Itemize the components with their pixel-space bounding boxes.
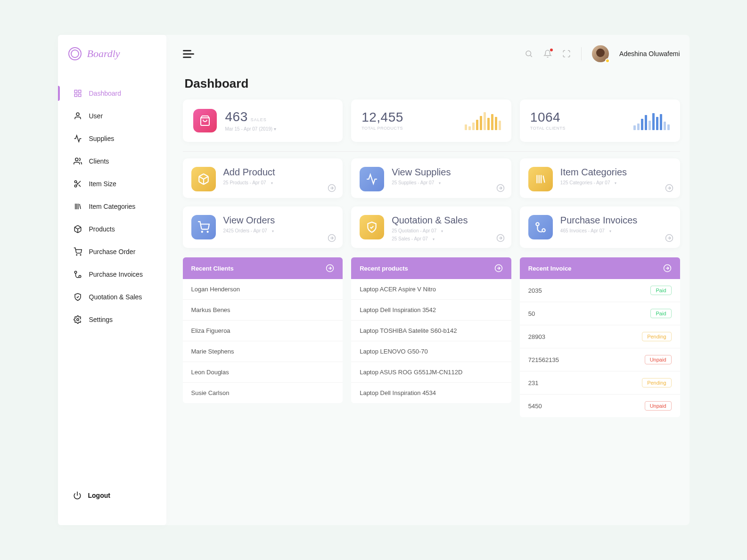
grid-icon: [73, 89, 82, 98]
arrow-right-icon[interactable]: [326, 264, 334, 272]
topbar-right: Adeshina Oluwafemi: [525, 45, 680, 62]
sidebar-item-item-size[interactable]: Item Size: [58, 173, 166, 195]
stat-sales[interactable]: 463SALES Mar 15 - Apr 07 (2019) ▾: [183, 99, 343, 142]
sales-range: Mar 15 - Apr 07 (2019): [225, 126, 273, 132]
status-badge: Paid: [650, 309, 671, 318]
clients-chart: [633, 111, 670, 130]
box-icon: [73, 224, 82, 234]
stat-products[interactable]: 12,455 TOTAL PRODUCTS: [351, 99, 511, 142]
activity-icon: [73, 134, 82, 143]
list-item[interactable]: Laptop Dell Inspiration 3542: [351, 300, 511, 321]
arrow-right-icon[interactable]: [494, 264, 503, 272]
list-item[interactable]: Susie Carlson: [183, 383, 343, 403]
user-name: Adeshina Oluwafemi: [619, 50, 680, 58]
sidebar-item-clients[interactable]: Clients: [58, 150, 166, 173]
scissors-icon: [73, 179, 82, 189]
list-item[interactable]: 28903Pending: [520, 325, 680, 348]
user-icon: [73, 111, 82, 121]
arrow-right-icon[interactable]: [496, 184, 505, 192]
logout-button[interactable]: Logout: [58, 485, 166, 506]
sidebar-item-purchase-order[interactable]: Purchase Order: [58, 240, 166, 263]
caret-icon[interactable]: ▾: [615, 181, 616, 185]
arrow-right-icon[interactable]: [663, 264, 672, 272]
gear-icon: [73, 315, 82, 324]
caret-icon[interactable]: ▾: [441, 229, 443, 233]
recent-invoices-header[interactable]: Recent Invoice: [520, 257, 680, 279]
quick-view-supplies[interactable]: View Supplies25 Supplies - Apr 07▾: [351, 158, 511, 198]
arrow-right-icon[interactable]: [665, 234, 673, 242]
list-item[interactable]: 50Paid: [520, 302, 680, 325]
quick-title: Purchase Invoices: [560, 215, 637, 225]
menu-toggle[interactable]: [183, 50, 194, 58]
avatar[interactable]: [592, 45, 609, 62]
sidebar-item-quotation-sales[interactable]: Quotation & Sales: [58, 286, 166, 308]
list-item[interactable]: Laptop ACER Aspire V Nitro: [351, 279, 511, 300]
branch-icon: [73, 270, 82, 279]
list-item[interactable]: Leon Douglas: [183, 362, 343, 383]
list-item[interactable]: Eliza Figueroa: [183, 321, 343, 341]
sidebar-item-label: Dashboard: [89, 90, 122, 97]
svg-rect-1: [78, 90, 81, 92]
list-item[interactable]: Marie Stephens: [183, 341, 343, 362]
list-item[interactable]: Laptop TOSHIBA Satelite S60-b142: [351, 321, 511, 341]
svg-line-23: [531, 55, 532, 57]
caret-icon[interactable]: ▾: [271, 181, 273, 185]
cart-icon: [191, 215, 216, 239]
svg-point-7: [74, 185, 77, 187]
app-window: Boardly DashboardUserSuppliesClientsItem…: [58, 35, 690, 525]
recent-invoices-title: Recent Invoice: [528, 265, 572, 272]
quick-purchase-invoices[interactable]: Purchase Invoices465 Invoices - Apr 07▾: [520, 206, 680, 248]
quick-item-categories[interactable]: Item Categories125 Categories - Apr 07▾: [520, 158, 680, 198]
bag-icon: [193, 109, 217, 132]
sidebar-item-settings[interactable]: Settings: [58, 308, 166, 331]
caret-icon[interactable]: ▾: [609, 229, 611, 233]
caret-icon[interactable]: ▾: [272, 229, 274, 233]
sales-value: 463: [225, 109, 248, 124]
fullscreen-icon[interactable]: [562, 49, 571, 58]
sidebar-item-supplies[interactable]: Supplies: [58, 127, 166, 150]
list-item[interactable]: 2035Paid: [520, 279, 680, 302]
list-item[interactable]: Markus Benes: [183, 300, 343, 321]
recents-row: Recent Clients Logan HendersonMarkus Ben…: [183, 257, 680, 417]
svg-point-37: [207, 231, 208, 232]
list-item[interactable]: 231Pending: [520, 371, 680, 395]
list-item[interactable]: Laptop Dell Inspiration 4534: [351, 383, 511, 403]
arrow-right-icon[interactable]: [665, 184, 673, 192]
svg-point-22: [526, 51, 531, 56]
sidebar-item-label: Clients: [89, 157, 109, 165]
quick-title: Quotation & Sales: [392, 215, 468, 225]
list-item[interactable]: Laptop ASUS ROG G551JM-CN112D: [351, 362, 511, 383]
products-value: 12,455: [361, 111, 403, 124]
cart-icon: [73, 247, 82, 256]
caret-icon[interactable]: ▾: [274, 126, 276, 132]
list-item[interactable]: 5450Unpaid: [520, 395, 680, 417]
logo-icon: [68, 47, 82, 60]
arrow-right-icon[interactable]: [328, 234, 336, 242]
list-item[interactable]: Laptop LENOVO G50-70: [351, 341, 511, 362]
stat-clients[interactable]: 1064 TOTAL CLIENTS: [520, 99, 680, 142]
list-item[interactable]: Logan Henderson: [183, 279, 343, 300]
sidebar-item-purchase-invoices[interactable]: Purchase Invoices: [58, 263, 166, 286]
box-icon: [191, 167, 216, 191]
sidebar-item-item-categories[interactable]: Item Categories: [58, 195, 166, 218]
sidebar-item-dashboard[interactable]: Dashboard: [58, 82, 166, 105]
quick-row: Add Product25 Products - Apr 07▾View Sup…: [183, 158, 680, 198]
clients-label: TOTAL CLIENTS: [530, 126, 566, 131]
arrow-right-icon[interactable]: [328, 184, 336, 192]
svg-line-9: [78, 185, 80, 187]
quick-add-product[interactable]: Add Product25 Products - Apr 07▾: [183, 158, 343, 198]
page-title: Dashboard: [185, 76, 680, 91]
bell-icon[interactable]: [543, 49, 552, 58]
sidebar-item-user[interactable]: User: [58, 105, 166, 127]
recent-clients-header[interactable]: Recent Clients: [183, 257, 343, 279]
quick-sub: 465 Invoices - Apr 07: [560, 228, 605, 233]
sidebar-item-products[interactable]: Products: [58, 218, 166, 240]
recent-products-header[interactable]: Recent products: [351, 257, 511, 279]
arrow-right-icon[interactable]: [496, 234, 505, 242]
quick-quotation-sales[interactable]: Quotation & Sales25 Quotation - Apr 07▾2…: [351, 206, 511, 248]
logo[interactable]: Boardly: [58, 35, 166, 73]
list-item[interactable]: 721562135Unpaid: [520, 348, 680, 371]
search-icon[interactable]: [525, 49, 533, 58]
caret-icon[interactable]: ▾: [439, 181, 441, 185]
quick-view-orders[interactable]: View Orders2425 Orders - Apr 07▾: [183, 206, 343, 248]
